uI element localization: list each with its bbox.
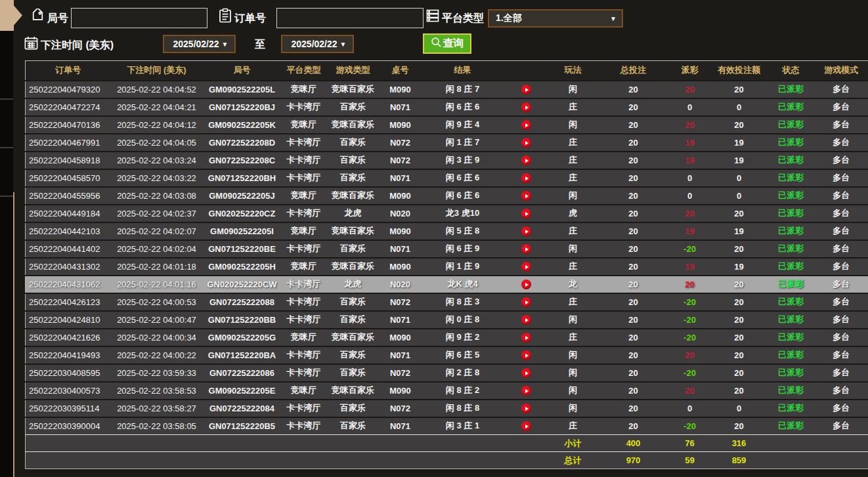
table-row[interactable]: 2502220404414022025-02-22 04:02:04GN0712…: [26, 240, 868, 258]
play-icon[interactable]: [521, 173, 531, 183]
result: 闲 0 庄 8: [421, 311, 505, 329]
play-icon[interactable]: [521, 262, 531, 272]
result: 闲 2 庄 8: [421, 364, 505, 382]
table-number: M090: [380, 81, 421, 98]
table-row[interactable]: 2502220304005732025-02-22 03:58:53GM0902…: [26, 382, 868, 400]
play-type: 庄: [548, 98, 598, 116]
platform-type-select[interactable]: 1.全部 ▼: [488, 9, 623, 28]
play-icon[interactable]: [521, 280, 531, 289]
bet-time: 2025-02-22 04:03:08: [111, 187, 203, 205]
play-icon[interactable]: [521, 191, 531, 201]
table-row[interactable]: 2502220404216262025-02-22 04:00:34GM0902…: [26, 329, 868, 346]
status: 已派彩: [768, 400, 815, 417]
order-number: 250222040424810: [26, 311, 111, 329]
table-row[interactable]: 2502220404194932025-02-22 04:00:22GN0712…: [26, 346, 868, 364]
play-icon[interactable]: [521, 333, 531, 342]
tag-icon: [30, 9, 45, 24]
play-icon[interactable]: [521, 102, 531, 112]
platform-type: 卡卡湾厅: [282, 311, 326, 329]
replay: [505, 293, 548, 311]
table-number: M090: [380, 258, 421, 276]
table-row[interactable]: 2502220404310622025-02-22 04:01:16GN0202…: [26, 276, 868, 293]
date-to-select[interactable]: 2025/02/22 ▼: [281, 35, 354, 53]
payout: 20: [669, 276, 711, 293]
play-icon[interactable]: [521, 421, 531, 431]
platform-type-icon: [425, 9, 440, 23]
game-number: GN071252220BB: [203, 311, 282, 329]
play-icon[interactable]: [521, 350, 531, 360]
play-icon[interactable]: [521, 244, 531, 254]
header-table-no: 桌号: [380, 61, 421, 81]
date-from-select[interactable]: 2025/02/22 ▼: [163, 35, 236, 53]
table-row[interactable]: 2502220303951142025-02-22 03:58:27GN0722…: [26, 400, 868, 417]
clipboard-icon: [218, 8, 232, 24]
payout: 20: [669, 116, 711, 134]
platform-type: 竞咪厅: [282, 116, 326, 134]
valid-bet: 20: [711, 364, 768, 382]
query-button[interactable]: 查询: [423, 33, 471, 54]
game-number: GM0902522205E: [203, 382, 282, 400]
play-icon[interactable]: [521, 85, 531, 94]
play-icon[interactable]: [521, 156, 531, 165]
table-number: N072: [380, 152, 421, 169]
play-icon[interactable]: [521, 138, 531, 148]
payout: -20: [669, 311, 711, 329]
table-row[interactable]: 2502220404722742025-02-22 04:04:21GN0712…: [26, 98, 868, 116]
valid-bet: 0: [711, 169, 768, 187]
valid-bet: 19: [711, 258, 768, 276]
replay: [505, 417, 548, 435]
play-icon[interactable]: [521, 368, 531, 378]
table-row[interactable]: 2502220404261232025-02-22 04:00:53GN0722…: [26, 293, 868, 311]
result: 闲 8 庄 2: [421, 382, 505, 400]
replay: [505, 240, 548, 258]
total-bet: 20: [598, 293, 669, 311]
table-number: M090: [380, 116, 421, 134]
total-bet: 20: [598, 417, 669, 435]
play-icon[interactable]: [521, 297, 531, 307]
header-platform-type: 平台类型: [282, 61, 326, 81]
replay: [505, 116, 548, 134]
table-row[interactable]: 2502220404313022025-02-22 04:01:18GM0902…: [26, 258, 868, 276]
table-row[interactable]: 2502220304085952025-02-22 03:59:33GN0722…: [26, 364, 868, 382]
play-icon[interactable]: [521, 315, 531, 325]
valid-bet: 0: [711, 187, 768, 205]
status: 已派彩: [768, 205, 815, 222]
date-range-to-label: 至: [255, 38, 265, 52]
table-row[interactable]: 2502220404248102025-02-22 04:00:47GN0712…: [26, 311, 868, 329]
platform-type: 竞咪厅: [282, 222, 326, 240]
play-type: 龙: [548, 276, 598, 293]
play-icon[interactable]: [521, 404, 531, 413]
result: 闲 6 庄 6: [421, 98, 505, 116]
table-row[interactable]: 2502220303900042025-02-22 03:58:05GN0712…: [26, 417, 868, 435]
play-icon[interactable]: [521, 386, 531, 396]
bet-time-label: 下注时间 (美东): [41, 39, 114, 52]
total-bet: 20: [598, 364, 669, 382]
table-row[interactable]: 2502220404679912025-02-22 04:04:05GN0722…: [26, 134, 868, 152]
table-row[interactable]: 2502220404585702025-02-22 04:03:22GN0712…: [26, 169, 868, 187]
table-row[interactable]: 2502220404421032025-02-22 04:02:07GM0902…: [26, 222, 868, 240]
table-row[interactable]: 2502220404491842025-02-22 04:02:37GN0202…: [26, 205, 868, 222]
header-status: 状态: [768, 61, 815, 81]
bet-time: 2025-02-22 03:58:53: [111, 382, 203, 400]
bet-time: 2025-02-22 04:02:07: [111, 222, 203, 240]
play-type: 闲: [548, 240, 598, 258]
table-row[interactable]: 2502220404793202025-02-22 04:04:52GM0902…: [26, 81, 868, 98]
total-bet: 20: [598, 329, 669, 346]
order-no-input[interactable]: [276, 8, 423, 28]
date-from-value: 2025/02/22: [169, 39, 222, 49]
play-icon[interactable]: [521, 120, 531, 130]
play-type: 闲: [548, 400, 598, 417]
play-icon[interactable]: [521, 209, 531, 218]
table-row[interactable]: 2502220404559562025-02-22 04:03:08GM0902…: [26, 187, 868, 205]
play-icon[interactable]: [521, 226, 531, 236]
table-row[interactable]: 2502220404701362025-02-22 04:04:12GM0902…: [26, 116, 868, 134]
order-number: 250222030408595: [26, 364, 111, 382]
game-type: 竞咪百家乐: [326, 222, 380, 240]
game-no-input[interactable]: [71, 8, 207, 28]
bet-time: 2025-02-22 04:04:21: [111, 98, 203, 116]
game-mode: 多台: [815, 400, 868, 417]
header-total-bet: 总投注: [598, 61, 669, 81]
chevron-down-icon: ▼: [610, 15, 622, 22]
table-row[interactable]: 2502220404589182025-02-22 04:03:24GN0722…: [26, 152, 868, 169]
game-number: GM0902522205K: [203, 116, 282, 134]
